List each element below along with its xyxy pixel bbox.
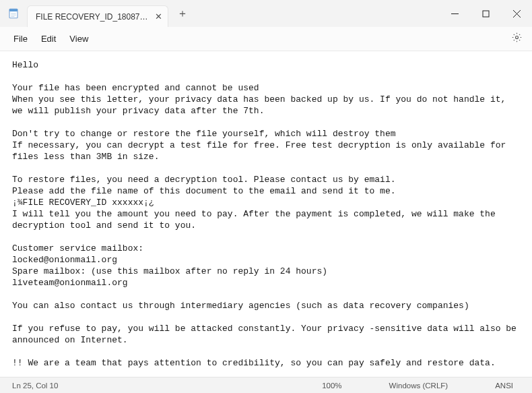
menu-view[interactable]: View (63, 31, 95, 47)
title-bar: FILE RECOVERY_ID_180870197840.t ✕ ＋ (0, 0, 532, 27)
zoom-level[interactable]: 100% (322, 382, 341, 390)
tab-title: FILE RECOVERY_ID_180870197840.t (36, 12, 149, 22)
notepad-icon (0, 7, 27, 20)
maximize-button[interactable] (470, 0, 501, 27)
new-tab-button[interactable]: ＋ (172, 3, 193, 24)
settings-button[interactable] (508, 29, 525, 49)
svg-rect-6 (483, 11, 489, 17)
minimize-button[interactable] (439, 0, 470, 27)
status-bar: Ln 25, Col 10 100% Windows (CRLF) ANSI (0, 377, 532, 393)
menu-edit[interactable]: Edit (34, 31, 63, 47)
window-controls (439, 0, 532, 27)
menu-bar: File Edit View (0, 27, 532, 51)
encoding[interactable]: ANSI (495, 382, 513, 390)
document-text: Hello Your file has been encrypted and c… (12, 60, 522, 377)
cursor-position: Ln 25, Col 10 (12, 382, 58, 390)
line-ending[interactable]: Windows (CRLF) (389, 382, 448, 390)
document-tab[interactable]: FILE RECOVERY_ID_180870197840.t ✕ (27, 5, 168, 27)
close-button[interactable] (501, 0, 532, 27)
menu-file[interactable]: File (7, 31, 34, 47)
svg-point-9 (516, 36, 519, 39)
text-editor-area[interactable]: Hello Your file has been encrypted and c… (0, 51, 532, 377)
svg-rect-1 (9, 9, 18, 11)
close-tab-icon[interactable]: ✕ (155, 11, 162, 22)
